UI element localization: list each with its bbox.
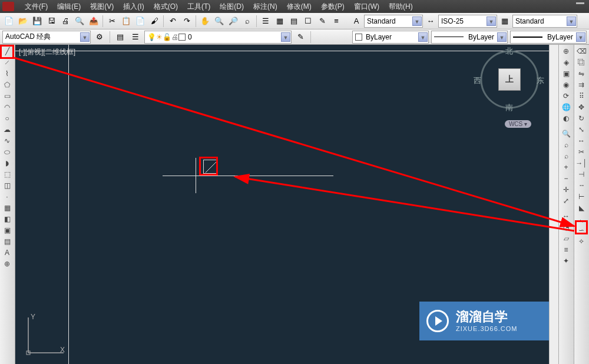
array-tool[interactable]: ⠿ (575, 91, 588, 101)
print-button[interactable]: 🖨 (59, 15, 72, 28)
make-block-tool[interactable]: ◫ (1, 180, 14, 191)
tool-palette-button[interactable]: ▤ (287, 15, 300, 28)
extend-tool[interactable]: →│ (575, 158, 588, 168)
zoom-center-icon[interactable]: ✛ (560, 184, 573, 195)
new-file-button[interactable]: 📄 (2, 15, 15, 28)
linetype-combo[interactable]: ByLayer ▼ (431, 31, 508, 44)
minimize-button[interactable] (576, 2, 584, 4)
erase-tool[interactable]: ⌫ (575, 46, 588, 57)
layer-states-button[interactable]: ☰ (129, 31, 142, 44)
hatch-tool[interactable]: ▦ (1, 203, 14, 213)
ellipse-tool[interactable]: ⬭ (1, 147, 14, 157)
markup-button[interactable]: ✎ (316, 15, 329, 28)
copy-tool[interactable]: ⿻ (575, 57, 588, 68)
chamfer-tool[interactable]: ◣ (575, 203, 588, 213)
region-tool[interactable]: ▣ (1, 225, 14, 236)
menu-format[interactable]: 格式(O) (149, 0, 183, 14)
workspace-settings-button[interactable]: ⚙ (93, 31, 106, 44)
calc-button[interactable]: ≡ (330, 15, 343, 28)
table-tool[interactable]: ▤ (1, 236, 14, 247)
view-iso-icon[interactable]: ◉ (560, 80, 573, 90)
menu-edit[interactable]: 编辑(E) (52, 0, 85, 14)
menu-draw[interactable]: 绘图(D) (215, 0, 249, 14)
zoom-win-button[interactable]: 🔎 (227, 15, 240, 28)
view-top-icon[interactable]: ▣ (560, 68, 573, 79)
saveas-button[interactable]: 🖫 (45, 15, 58, 28)
plot-preview-button[interactable]: 🔍 (73, 15, 86, 28)
view-3d-icon[interactable]: ◈ (560, 57, 573, 68)
addselected-tool[interactable]: ⊕ (1, 259, 14, 269)
open-file-button[interactable]: 📂 (16, 15, 29, 28)
workspace-combo[interactable]: AutoCAD 经典 ▼ (2, 31, 91, 44)
menu-tools[interactable]: 工具(T) (183, 0, 215, 14)
view-cube[interactable]: 上 北 南 东 西 (477, 47, 542, 112)
table-style-icon[interactable]: ▦ (498, 15, 511, 28)
menu-parametric[interactable]: 参数(P) (316, 0, 349, 14)
copy-clip-button[interactable]: 📋 (120, 15, 133, 28)
explode-tool[interactable]: ✧ (575, 236, 588, 247)
mtext-tool[interactable]: A (1, 247, 14, 258)
move-tool[interactable]: ✥ (575, 102, 588, 112)
distance-icon[interactable]: ↔ (560, 211, 573, 221)
compass-east[interactable]: 东 (537, 75, 544, 86)
zoom-out-icon[interactable]: − (560, 173, 573, 184)
menu-help[interactable]: 帮助(H) (384, 0, 418, 14)
properties-button[interactable]: ☰ (259, 15, 272, 28)
pan-globe-icon[interactable]: 🌐 (560, 102, 573, 112)
undo-button[interactable]: ↶ (166, 15, 179, 28)
fillet-tool[interactable]: ◟ (575, 214, 588, 224)
polyline-tool[interactable]: ⌇ (1, 68, 14, 79)
ellipse-arc-tool[interactable]: ◗ (1, 158, 14, 168)
dim-style-combo[interactable]: ISO-25 ▼ (438, 15, 497, 28)
save-button[interactable]: 💾 (31, 15, 44, 28)
sheetset-button[interactable]: ☐ (302, 15, 315, 28)
dim-style-icon[interactable]: ↔ (424, 15, 437, 28)
cut-button[interactable]: ✂ (105, 15, 118, 28)
lineweight-combo[interactable]: ByLayer ▼ (510, 31, 587, 44)
mirror-tool[interactable]: ⇋ (575, 68, 588, 79)
publish-button[interactable]: 📤 (87, 15, 100, 28)
trim-tool[interactable]: ✂ (575, 147, 588, 157)
break-at-point-tool[interactable]: ⊣ (575, 169, 588, 180)
zoom-rt-button[interactable]: 🔍 (213, 15, 226, 28)
menu-window[interactable]: 窗口(W) (349, 0, 384, 14)
menu-file[interactable]: 文件(F) (20, 0, 52, 14)
menu-insert[interactable]: 插入(I) (118, 0, 148, 14)
zoom-prev-button[interactable]: ⌕ (241, 15, 254, 28)
compass-west[interactable]: 西 (474, 75, 481, 86)
radius-icon[interactable]: ◔ (560, 222, 573, 233)
vertical-scrollbar[interactable] (549, 45, 558, 364)
spline-tool[interactable]: ∿ (1, 135, 14, 146)
zoom-extents-icon[interactable]: ⤢ (560, 196, 573, 206)
zoom-in-icon[interactable]: + (560, 162, 573, 173)
layer-prop-button[interactable]: ▤ (114, 31, 127, 44)
table-style-combo[interactable]: Standard ▼ (512, 15, 577, 28)
wcs-badge[interactable]: WCS ▾ (505, 120, 531, 128)
compass-south[interactable]: 南 (505, 102, 513, 113)
polygon-tool[interactable]: ⬠ (1, 80, 14, 90)
menu-modify[interactable]: 修改(M) (282, 0, 316, 14)
rectangle-tool[interactable]: ▭ (1, 91, 14, 101)
circle-tool[interactable]: ○ (1, 113, 14, 124)
insert-block-tool[interactable]: ⬚ (1, 169, 14, 180)
layer-make-current-button[interactable]: ✎ (294, 31, 307, 44)
construction-line-tool[interactable]: ⟋ (1, 57, 14, 68)
revcloud-tool[interactable]: ☁ (1, 124, 14, 135)
offset-tool[interactable]: ⇉ (575, 80, 588, 90)
drawing-canvas[interactable]: [-][俯视][二维线框] 上 北 南 东 西 WCS ▾ (15, 45, 549, 364)
compass-north[interactable]: 北 (505, 46, 513, 57)
rotate-tool[interactable]: ↻ (575, 113, 588, 124)
pan-button[interactable]: ✋ (198, 15, 211, 28)
zoom-window-icon[interactable]: ⌕ (560, 140, 573, 150)
zoom-realtime-icon[interactable]: 🔍 (560, 128, 573, 139)
visual-style-icon[interactable]: ◐ (560, 113, 573, 124)
layer-combo[interactable]: 💡 ☀ 🔓 🖨 0 ▼ (144, 31, 292, 44)
viewport-label[interactable]: [-][俯视][二维线框] (19, 47, 75, 57)
ucs-icon[interactable]: X Y (22, 312, 70, 360)
line-tool[interactable]: ╱ (1, 46, 14, 57)
orbit-icon[interactable]: ⟳ (560, 91, 573, 101)
paste-button[interactable]: 📄 (134, 15, 147, 28)
id-point-icon[interactable]: ✦ (560, 256, 573, 266)
menu-view[interactable]: 视图(V) (85, 0, 118, 14)
text-style-combo[interactable]: Standard ▼ (364, 15, 423, 28)
